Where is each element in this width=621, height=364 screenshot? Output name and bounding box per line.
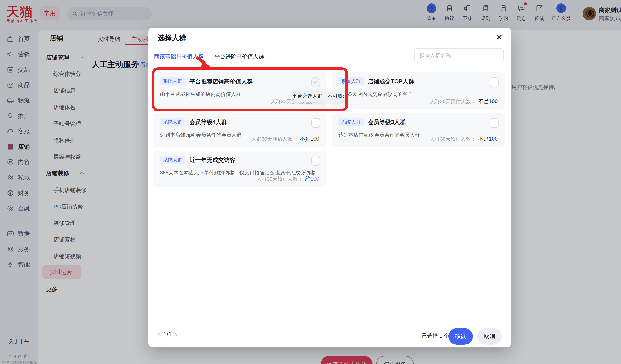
annotation-arrow-icon xyxy=(195,56,213,70)
modal-tab-platform-advanced[interactable]: 平台进阶高价值人群 xyxy=(214,53,264,60)
current-page: 1 xyxy=(163,331,167,337)
audience-checkbox[interactable] xyxy=(311,156,320,166)
audience-card-vip4[interactable]: 系统人群 会员等级4人群 达到本店铺vip4 会员条件的会员人群 人群30天预估… xyxy=(154,113,326,147)
system-audience-badge: 系统人群 xyxy=(160,156,185,164)
page-next-icon[interactable]: › xyxy=(175,331,177,337)
system-audience-badge: 系统人群 xyxy=(160,118,185,126)
close-icon[interactable]: ✕ xyxy=(494,32,504,42)
audience-search-input[interactable] xyxy=(419,52,499,58)
audience-checkbox[interactable] xyxy=(490,78,499,87)
audience-checkbox[interactable] xyxy=(311,118,320,128)
pagination: ‹ 1/1 › xyxy=(158,331,177,338)
selected-count-text: 已选择 1 个 xyxy=(422,332,449,339)
audience-checkbox[interactable] xyxy=(490,118,499,128)
confirm-button[interactable]: 确认 xyxy=(448,328,473,345)
system-audience-badge: 系统人群 xyxy=(338,118,364,126)
annotation-highlight-box xyxy=(152,67,348,111)
audience-search-box[interactable] xyxy=(414,48,504,62)
audience-card-top-transactions[interactable]: 系统人群 店铺成交TOP人群 近365天店内成交金额较高的客户 人群30天预估人… xyxy=(332,72,504,109)
modal-title: 选择人群 xyxy=(158,33,186,43)
audience-card-no-transaction-visitors[interactable]: 系统人群 近一年无成交访客 365天内在本店无下单付款的访客，仅支付预售定金也属… xyxy=(154,151,326,187)
audience-card-vip3[interactable]: 系统人群 会员等级3人群 达到本店铺vip3 会员条件的会员人群 人群30天预估… xyxy=(332,113,504,147)
page-prev-icon[interactable]: ‹ xyxy=(158,331,160,337)
cancel-button[interactable]: 取消 xyxy=(477,328,502,345)
total-pages: /1 xyxy=(167,331,172,337)
